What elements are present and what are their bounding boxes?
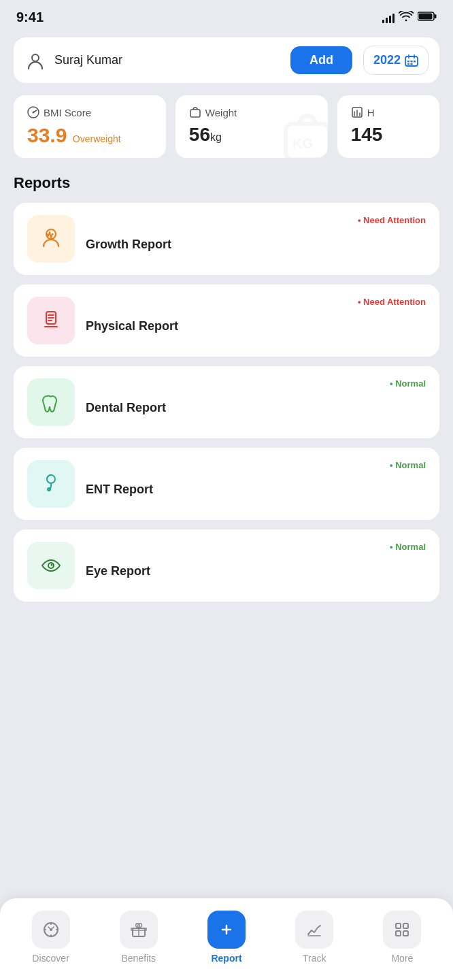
dental-report-card[interactable]: • Normal Dental Report (14, 366, 439, 438)
main-content: Suraj Kumar Add 2022 (0, 31, 453, 602)
growth-report-name: Growth Report (86, 238, 426, 252)
bmi-value: 33.9 (27, 124, 67, 146)
report-label: Report (211, 953, 241, 964)
partial-value: 145 (351, 124, 383, 145)
eye-report-card[interactable]: • Normal Eye Report (14, 529, 439, 602)
eye-report-status: • Normal (390, 542, 426, 552)
more-label: More (391, 953, 413, 964)
physical-report-info: • Need Attention Physical Report (86, 308, 426, 333)
bottom-nav: Discover Benefits Report (0, 898, 453, 980)
svg-rect-26 (396, 924, 401, 928)
svg-rect-1 (419, 13, 433, 19)
discover-icon-wrap (32, 911, 70, 949)
svg-text:KG: KG (292, 136, 313, 151)
user-icon (24, 50, 46, 71)
bmi-status: Overweight (73, 133, 121, 144)
eye-report-icon (27, 542, 75, 589)
ent-report-icon (27, 460, 75, 508)
nav-more[interactable]: More (358, 911, 446, 964)
bmi-label: BMI Score (27, 106, 152, 118)
benefits-label: Benefits (122, 953, 156, 964)
ent-report-name: ENT Report (86, 483, 426, 497)
svg-rect-7 (414, 61, 416, 63)
partial-label: H (351, 106, 426, 118)
year-label: 2022 (373, 53, 401, 67)
physical-report-name: Physical Report (86, 319, 426, 333)
reports-list: • Need Attention Growth Report • Need At… (14, 203, 439, 602)
bmi-card[interactable]: BMI Score 33.9 Overweight (14, 95, 166, 158)
growth-report-icon (27, 215, 75, 263)
nav-track[interactable]: Track (271, 911, 358, 964)
ent-report-card[interactable]: • Normal ENT Report (14, 448, 439, 520)
partial-metric-card[interactable]: H 145 (337, 95, 439, 158)
growth-report-info: • Need Attention Growth Report (86, 227, 426, 252)
year-button[interactable]: 2022 (363, 46, 429, 75)
nav-discover[interactable]: Discover (7, 911, 95, 964)
ent-report-info: • Normal ENT Report (86, 472, 426, 497)
svg-rect-5 (407, 61, 409, 63)
weight-unit: kg (210, 131, 222, 143)
status-bar: 9:41 (0, 0, 453, 31)
reports-section-title: Reports (14, 174, 439, 192)
svg-point-11 (33, 112, 35, 114)
svg-rect-28 (396, 931, 401, 936)
dental-report-info: • Normal Dental Report (86, 390, 426, 415)
svg-rect-12 (190, 110, 200, 117)
add-button[interactable]: Add (290, 46, 352, 74)
dental-report-icon (27, 378, 75, 426)
track-label: Track (303, 953, 326, 964)
discover-label: Discover (32, 953, 69, 964)
track-icon-wrap (295, 911, 333, 949)
svg-point-21 (51, 564, 53, 566)
eye-report-name: Eye Report (86, 564, 426, 578)
ent-report-status: • Normal (390, 460, 426, 470)
dental-report-status: • Normal (390, 378, 426, 389)
eye-report-info: • Normal Eye Report (86, 553, 426, 578)
status-icons (382, 11, 437, 24)
report-icon-wrap (207, 911, 246, 949)
physical-report-card[interactable]: • Need Attention Physical Report (14, 284, 439, 357)
weight-card[interactable]: Weight 56kg KG (175, 95, 328, 158)
nav-report[interactable]: Report (182, 911, 270, 964)
physical-report-icon (27, 297, 75, 344)
wifi-icon (399, 11, 414, 24)
benefits-icon-wrap (120, 911, 158, 949)
physical-report-status: • Need Attention (358, 297, 426, 307)
svg-point-3 (32, 54, 39, 61)
battery-icon (418, 12, 437, 24)
svg-rect-6 (411, 61, 413, 63)
svg-rect-29 (403, 931, 408, 936)
svg-rect-27 (403, 924, 408, 928)
svg-rect-9 (411, 63, 413, 65)
metrics-row: BMI Score 33.9 Overweight Weight 56kg (14, 95, 439, 158)
more-icon-wrap (383, 911, 421, 949)
svg-rect-8 (407, 63, 409, 65)
status-time: 9:41 (16, 10, 44, 25)
signal-icon (382, 12, 395, 23)
top-bar: Suraj Kumar Add 2022 (14, 37, 439, 83)
weight-value: 56 (189, 124, 210, 145)
svg-rect-2 (435, 14, 437, 18)
user-name: Suraj Kumar (54, 53, 282, 67)
growth-report-card[interactable]: • Need Attention Growth Report (14, 203, 439, 275)
growth-report-status: • Need Attention (358, 215, 426, 225)
dental-report-name: Dental Report (86, 401, 426, 415)
nav-benefits[interactable]: Benefits (95, 911, 182, 964)
